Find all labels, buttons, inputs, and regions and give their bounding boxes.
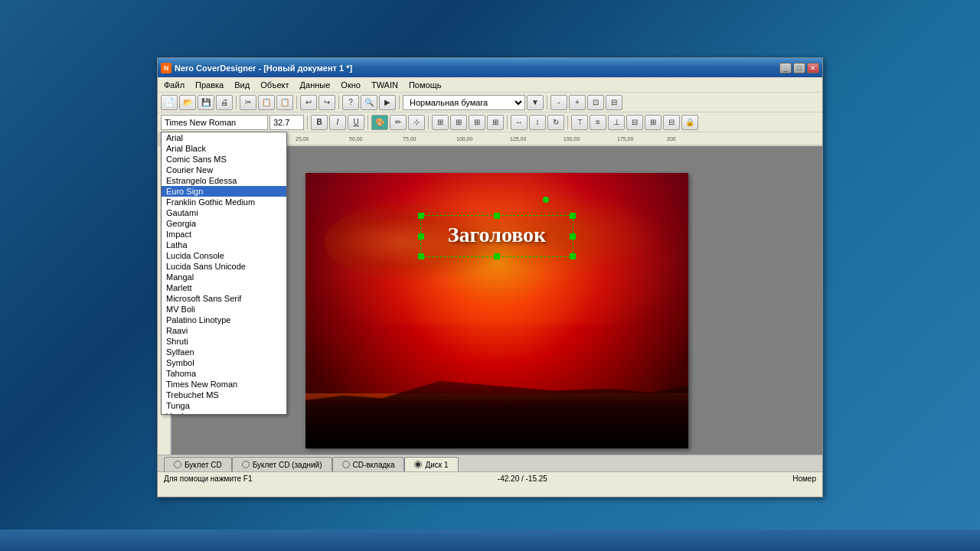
font-item-tunga[interactable]: Tunga <box>162 400 286 411</box>
maximize-button[interactable]: □ <box>793 63 805 73</box>
menu-twain[interactable]: TWAIN <box>367 79 403 91</box>
svg-text:100,00: 100,00 <box>456 136 473 142</box>
font-item-sylfaen[interactable]: Sylfaen <box>162 347 286 357</box>
open-button[interactable]: 📂 <box>179 95 196 110</box>
flip-h[interactable]: ↔ <box>511 115 528 130</box>
menu-help[interactable]: Помощь <box>404 79 446 91</box>
italic-button[interactable]: I <box>329 115 346 130</box>
flip-v[interactable]: ↕ <box>529 115 546 130</box>
play-button[interactable]: ▶ <box>379 95 396 110</box>
svg-text:75,00: 75,00 <box>403 136 416 142</box>
svg-text:200: 200 <box>667 136 676 142</box>
close-button[interactable]: ✕ <box>807 63 819 73</box>
tab-disc1[interactable]: Диск 1 <box>404 457 458 471</box>
align-mid[interactable]: ≡ <box>590 115 606 130</box>
font-item-mangal[interactable]: Mangal <box>162 272 286 282</box>
bold-button[interactable]: B <box>311 115 328 130</box>
font-item-times-new-roman[interactable]: Times New Roman <box>162 379 286 390</box>
font-item-shruti[interactable]: Shruti <box>162 336 286 347</box>
font-item-comic-sans[interactable]: Comic Sans MS <box>162 154 286 165</box>
title-bar-left: N Nero CoverDesigner - [Новый документ 1… <box>161 63 352 73</box>
rotate[interactable]: ↻ <box>547 115 564 130</box>
font-item-palatino[interactable]: Palatino Linotype <box>162 315 286 325</box>
save-button[interactable]: 💾 <box>198 95 214 110</box>
desktop: N Nero CoverDesigner - [Новый документ 1… <box>0 0 980 551</box>
font-item-verdana[interactable]: Verdana <box>162 411 286 415</box>
redo-button[interactable]: ↪ <box>318 95 335 110</box>
tab-booklet-back[interactable]: Буклет CD (задний) <box>232 457 332 471</box>
paper-settings[interactable]: ▼ <box>527 95 544 110</box>
font-item-raavi[interactable]: Raavi <box>162 325 286 336</box>
font-item-arial-black[interactable]: Arial Black <box>162 143 286 154</box>
menu-file[interactable]: Файл <box>159 79 189 91</box>
font-item-marlett[interactable]: Marlett <box>162 282 286 293</box>
cut-button[interactable]: ✂ <box>240 95 256 110</box>
font-dropdown-container: Arial Arial Black Comic Sans MS Courier … <box>161 115 268 130</box>
undo-button[interactable]: ↩ <box>300 95 317 110</box>
menu-edit[interactable]: Правка <box>191 79 228 91</box>
font-item-lucida-unicode[interactable]: Lucida Sans Unicode <box>162 261 286 272</box>
sep2 <box>296 96 297 109</box>
sep9 <box>507 116 508 129</box>
align-right[interactable]: ⊞ <box>469 115 485 130</box>
font-item-tahoma[interactable]: Tahoma <box>162 368 286 379</box>
ungroup[interactable]: ⊟ <box>663 115 680 130</box>
new-button[interactable]: 📄 <box>161 95 178 110</box>
tab-radio-inlay <box>342 461 350 468</box>
font-item-symbol[interactable]: Symbol <box>162 357 286 368</box>
underline-button[interactable]: U <box>348 115 364 130</box>
sep7 <box>368 116 368 129</box>
select-btn[interactable]: ⊹ <box>408 115 425 130</box>
tab-cd-inlay[interactable]: CD-вкладка <box>332 457 405 471</box>
sunset-background: Заголовок <box>305 173 688 448</box>
menu-data[interactable]: Данные <box>296 79 335 91</box>
font-item-georgia[interactable]: Georgia <box>162 218 286 229</box>
menu-object[interactable]: Объект <box>256 79 293 91</box>
tab-booklet-cd[interactable]: Буклет CD <box>164 457 232 471</box>
tab-disc1-label: Диск 1 <box>425 461 448 469</box>
font-item-ms-sans-serif[interactable]: Microsoft Sans Serif <box>162 293 286 304</box>
align-bot[interactable]: ⊥ <box>608 115 625 130</box>
title-bar: N Nero CoverDesigner - [Новый документ 1… <box>158 58 822 77</box>
menu-view[interactable]: Вид <box>230 79 254 91</box>
font-item-lucida-console[interactable]: Lucida Console <box>162 250 286 261</box>
print-button[interactable]: 🖨 <box>216 95 233 110</box>
font-item-euro-sign[interactable]: Euro Sign <box>162 186 286 197</box>
font-item-arial[interactable]: Arial <box>162 132 286 143</box>
font-item-franklin[interactable]: Franklin Gothic Medium <box>162 197 286 207</box>
zoom-button[interactable]: 🔍 <box>361 95 377 110</box>
distribute[interactable]: ⊟ <box>626 115 643 130</box>
font-size-input[interactable] <box>270 115 304 130</box>
help-button[interactable]: ? <box>342 95 359 110</box>
menu-window[interactable]: Окно <box>336 79 365 91</box>
lock[interactable]: 🔒 <box>681 115 698 130</box>
align-justify[interactable]: ⊞ <box>487 115 504 130</box>
align-top[interactable]: ⊤ <box>571 115 588 130</box>
paste-button[interactable]: 📋 <box>276 95 293 110</box>
zoom-out-btn[interactable]: - <box>550 95 567 110</box>
font-item-latha[interactable]: Latha <box>162 240 286 250</box>
window-title: Nero CoverDesigner - [Новый документ 1 *… <box>175 64 352 73</box>
coordinates: -42.20 / -15.25 <box>498 474 547 483</box>
align-center[interactable]: ⊞ <box>450 115 467 130</box>
font-name-input[interactable] <box>161 115 268 130</box>
font-item-impact[interactable]: Impact <box>162 229 286 240</box>
svg-text:125,00: 125,00 <box>510 136 527 142</box>
pen-btn[interactable]: ✏ <box>390 115 407 130</box>
align-left[interactable]: ⊞ <box>432 115 449 130</box>
font-item-courier-new[interactable]: Courier New <box>162 165 286 175</box>
zoom-fit-btn[interactable]: ⊡ <box>587 95 604 110</box>
font-item-trebuchet[interactable]: Trebuchet MS <box>162 390 286 400</box>
minimize-button[interactable]: _ <box>779 63 792 73</box>
paper-size-dropdown[interactable]: Нормальная бумага <box>403 95 525 110</box>
group[interactable]: ⊞ <box>645 115 662 130</box>
font-item-mv-boli[interactable]: MV Boli <box>162 304 286 315</box>
font-item-gautami[interactable]: Gautami <box>162 207 286 218</box>
cd-cover: Заголовок <box>305 173 688 448</box>
zoom-page-btn[interactable]: ⊟ <box>606 95 622 110</box>
copy-button[interactable]: 📋 <box>258 95 275 110</box>
font-list-popup: Arial Arial Black Comic Sans MS Courier … <box>161 132 287 415</box>
font-item-estrangelo[interactable]: Estrangelo Edessa <box>162 175 286 186</box>
zoom-in-btn[interactable]: + <box>569 95 586 110</box>
color-btn[interactable]: 🎨 <box>371 115 388 130</box>
